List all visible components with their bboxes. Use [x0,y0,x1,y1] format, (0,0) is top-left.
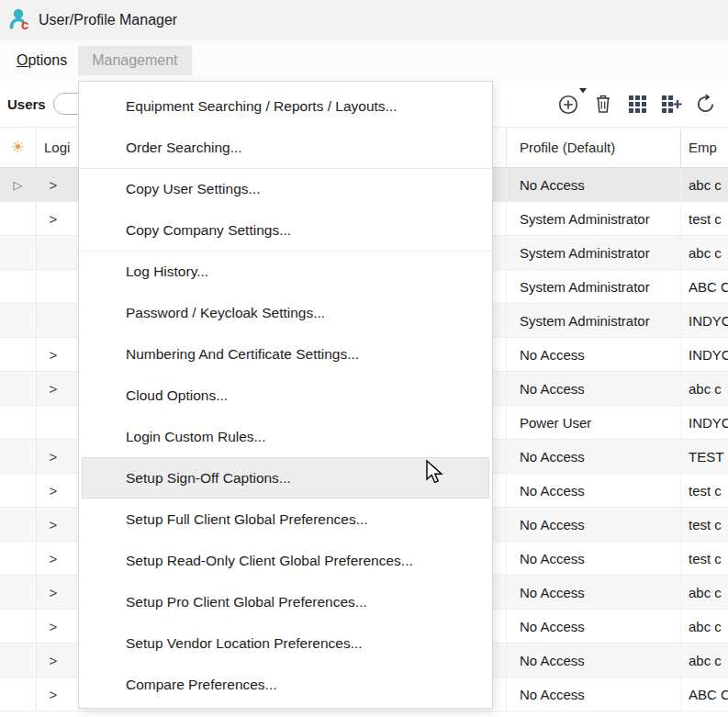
menu-item[interactable]: Log History... [79,251,492,292]
row-indicator-icon: ▷ [0,168,37,201]
row-indicator-icon [0,202,37,235]
menu-item[interactable]: Setup Vendor Location Preferences... [79,622,492,664]
grid-icon [626,93,649,116]
column-header-profile[interactable]: Profile (Default) [506,128,680,167]
profile-cell: System Administrator [506,236,680,269]
row-indicator-icon [0,338,37,371]
grid-view-button[interactable] [625,92,649,116]
profile-cell: No Access [506,372,680,405]
expand-chevron-icon[interactable]: > [37,483,70,499]
profile-cell: No Access [506,508,680,541]
app-logo-icon: c [9,6,32,34]
refresh-icon [694,93,717,116]
profile-cell: System Administrator [506,202,680,235]
employee-cell: test c [680,542,728,575]
employee-cell: test c [680,202,728,235]
expand-chevron-icon[interactable]: > [37,177,70,193]
profile-cell: Power User [506,406,680,439]
row-indicator-icon [0,406,37,439]
employee-cell: ABC C [680,270,728,303]
menu-item[interactable]: Setup Full Client Global Preferences... [79,499,492,540]
trash-icon [593,93,613,115]
employee-cell: test c [680,508,728,541]
profile-cell: No Access [506,168,680,201]
employee-cell: abc c [680,576,728,609]
menu-item[interactable]: Setup Read-Only Client Global Preference… [79,540,492,581]
row-indicator-icon [0,644,37,677]
expand-chevron-icon[interactable]: > [37,381,70,397]
menubar-management[interactable]: Management [78,46,191,75]
row-indicator-icon [0,678,37,711]
row-indicator-icon [0,508,37,541]
employee-cell: INDYC [680,406,728,439]
row-indicator-icon [0,270,37,303]
menu-item[interactable]: Numbering And Certificate Settings... [79,333,492,375]
profile-cell: System Administrator [506,304,680,337]
expand-chevron-icon[interactable]: > [37,517,70,532]
menu-item[interactable]: Equipment Searching / Reports / Layouts.… [79,85,492,127]
expand-chevron-icon[interactable]: > [37,449,70,465]
menubar-options[interactable]: Options [6,46,78,75]
expand-chevron-icon[interactable]: > [37,687,70,702]
menu-item[interactable]: Copy User Settings... [79,168,492,209]
expand-chevron-icon[interactable]: > [37,551,70,566]
svg-text:c: c [21,17,28,30]
employee-cell: abc c [680,372,728,405]
employee-cell: INDYC [680,304,728,337]
row-indicator-icon [0,440,37,473]
employee-cell: test c [680,474,728,507]
header-settings-icon[interactable]: ☀ [0,128,37,167]
expand-chevron-icon[interactable]: > [37,211,70,227]
row-indicator-icon [0,474,37,507]
column-header-employee[interactable]: Emp [680,128,728,167]
employee-cell: abc c [680,236,728,269]
menu-item[interactable]: Setup Pro Client Global Preferences... [79,581,492,622]
employee-cell: INDYC [680,338,728,371]
profile-cell: No Access [506,678,680,711]
employee-cell: ABC C [680,678,728,711]
refresh-button[interactable] [693,92,717,116]
expand-chevron-icon[interactable]: > [37,653,70,668]
titlebar: c User/Profile Manager [0,0,728,40]
profile-cell: System Administrator [506,270,680,303]
window-title: User/Profile Manager [39,12,177,28]
delete-button[interactable] [591,92,615,116]
profile-cell: No Access [506,440,680,473]
menu-item[interactable]: Order Searching... [79,127,492,168]
expand-chevron-icon[interactable]: > [37,585,70,600]
menu-item[interactable]: Copy Company Settings... [79,209,492,251]
employee-cell: abc c [680,168,728,201]
expand-chevron-icon[interactable]: > [37,619,70,634]
plus-circle-icon [557,92,581,116]
menu-item[interactable]: Compare Preferences... [79,664,492,705]
row-indicator-icon [0,236,37,269]
management-menu: Equipment Searching / Reports / Layouts.… [78,81,493,709]
row-indicator-icon [0,372,37,405]
app-window: c User/Profile Manager Options Managemen… [0,0,728,711]
profile-cell: No Access [506,338,680,371]
profile-cell: No Access [506,474,680,507]
add-column-button[interactable] [659,92,683,116]
section-label: Users [7,96,46,112]
profile-cell: No Access [506,576,680,609]
profile-cell: No Access [506,644,680,677]
employee-cell: abc c [680,610,728,643]
menubar: Options Management [0,40,728,81]
add-user-button[interactable] [557,92,581,116]
row-indicator-icon [0,610,37,643]
mouse-cursor-icon [424,459,448,487]
row-indicator-icon [0,304,37,337]
toolbar-icons [557,92,717,116]
profile-cell: No Access [506,542,680,575]
row-indicator-icon [0,576,37,609]
menu-item[interactable]: Cloud Options... [79,375,492,416]
menu-item[interactable]: Password / Keycloak Settings... [79,292,492,333]
employee-cell: TEST [680,440,728,473]
expand-chevron-icon[interactable]: > [37,347,70,363]
row-indicator-icon [0,542,37,575]
add-dropdown-arrow-icon[interactable] [579,88,588,94]
grid-plus-icon [659,93,683,116]
profile-cell: No Access [506,610,680,643]
employee-cell: abc c [680,644,728,677]
menu-item[interactable]: Login Custom Rules... [79,416,492,457]
